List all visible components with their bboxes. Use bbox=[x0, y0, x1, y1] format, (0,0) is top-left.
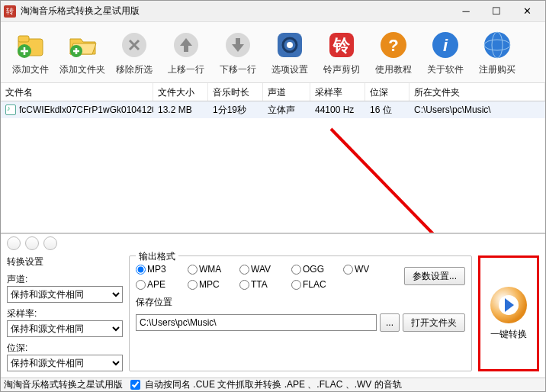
cell-channels: 立体声 bbox=[263, 102, 310, 118]
lower-panel: 转换设置 声道: 保持和源文件相同 采样率: 保持和源文件相同 位深: 保持和源… bbox=[1, 233, 545, 378]
titlebar: 转 淘淘音乐格式转换之星试用版 ─ ☐ ✕ bbox=[1, 1, 545, 22]
toolbar-label: 选项设置 bbox=[266, 63, 313, 76]
player-controls bbox=[1, 234, 545, 252]
cell-bitdepth: 16 位 bbox=[365, 102, 410, 118]
format-option-tta[interactable]: TTA bbox=[239, 279, 288, 290]
channels-select[interactable]: 保持和源文件相同 bbox=[7, 286, 123, 303]
remove-selected-button[interactable]: 移除所选 bbox=[111, 28, 158, 76]
arrow-up-icon bbox=[169, 28, 203, 62]
svg-text:铃: 铃 bbox=[332, 36, 351, 55]
player-pause-button[interactable] bbox=[25, 236, 39, 250]
options-button[interactable]: 选项设置 bbox=[266, 28, 313, 76]
table-row[interactable]: fcCWIEkdlx07CFrP1wGk01041200... 13.2 MB … bbox=[1, 101, 545, 118]
open-folder-button[interactable]: 打开文件夹 bbox=[403, 313, 465, 332]
format-option-flac[interactable]: FLAC bbox=[291, 279, 340, 290]
cue-auto-label: 自动按同名 .CUE 文件抓取并转换 .APE 、.FLAC 、.WV 的音轨 bbox=[145, 378, 402, 391]
th-name[interactable]: 文件名 bbox=[1, 83, 153, 101]
browse-button[interactable]: ... bbox=[380, 313, 400, 332]
ringtone-icon: 铃 bbox=[325, 28, 358, 62]
th-folder[interactable]: 所在文件夹 bbox=[410, 83, 545, 101]
th-duration[interactable]: 音乐时长 bbox=[208, 83, 263, 101]
samplerate-label: 采样率: bbox=[7, 307, 123, 320]
format-option-ape[interactable]: APE bbox=[136, 279, 185, 290]
format-option-mp3[interactable]: MP3 bbox=[136, 264, 185, 275]
format-option-wav[interactable]: WAV bbox=[239, 264, 288, 275]
move-up-button[interactable]: 上移一行 bbox=[162, 28, 210, 76]
move-down-button[interactable]: 下移一行 bbox=[214, 28, 262, 76]
toolbar-label: 添加文件 bbox=[7, 63, 54, 76]
save-path-input[interactable] bbox=[136, 314, 377, 331]
window-title: 淘淘音乐格式转换之星试用版 bbox=[21, 5, 451, 18]
table-header: 文件名 文件大小 音乐时长 声道 采样率 位深 所在文件夹 bbox=[1, 83, 545, 101]
about-button[interactable]: i 关于软件 bbox=[422, 28, 469, 76]
output-format-group: 输出格式 参数设置... MP3WMAWAVOGGWV APEMPCTTAFLA… bbox=[129, 255, 472, 371]
format-option-wma[interactable]: WMA bbox=[188, 264, 236, 275]
format-option-wv[interactable]: WV bbox=[343, 264, 392, 275]
player-play-button[interactable] bbox=[7, 236, 21, 250]
remove-icon bbox=[117, 28, 151, 62]
toolbar-label: 使用教程 bbox=[370, 63, 417, 76]
maximize-button[interactable]: ☐ bbox=[481, 1, 512, 22]
statusbar: 淘淘音乐格式转换之星试用版 自动按同名 .CUE 文件抓取并转换 .APE 、.… bbox=[1, 378, 545, 391]
add-folder-button[interactable]: 添加文件夹 bbox=[59, 28, 106, 76]
folder-add-icon bbox=[14, 28, 47, 62]
svg-text:i: i bbox=[443, 36, 448, 55]
toolbar-label: 下移一行 bbox=[214, 63, 262, 76]
format-legend: 输出格式 bbox=[136, 250, 178, 263]
cell-folder: C:\Users\pc\Music\ bbox=[410, 103, 545, 117]
th-channels[interactable]: 声道 bbox=[263, 83, 310, 101]
toolbar-label: 注册购买 bbox=[474, 63, 521, 76]
cell-size: 13.2 MB bbox=[153, 103, 208, 117]
app-icon: 转 bbox=[4, 5, 16, 18]
svg-rect-1 bbox=[18, 36, 29, 42]
cell-name: fcCWIEkdlx07CFrP1wGk01041200... bbox=[19, 104, 153, 115]
main-toolbar: 添加文件 添加文件夹 移除所选 上移一行 下移一行 选项设置 铃 铃声剪切 ? … bbox=[1, 22, 545, 83]
toolbar-label: 添加文件夹 bbox=[59, 63, 106, 76]
folder-open-add-icon bbox=[66, 28, 99, 62]
info-icon: i bbox=[429, 28, 462, 62]
svg-text:?: ? bbox=[388, 36, 398, 55]
convert-settings: 转换设置 声道: 保持和源文件相同 采样率: 保持和源文件相同 位深: 保持和源… bbox=[7, 255, 123, 371]
minimize-button[interactable]: ─ bbox=[451, 1, 481, 22]
bitdepth-label: 位深: bbox=[7, 342, 123, 355]
svg-point-9 bbox=[287, 42, 293, 48]
toolbar-label: 移除所选 bbox=[111, 63, 158, 76]
audio-file-icon bbox=[5, 104, 16, 115]
help-icon: ? bbox=[377, 28, 410, 62]
player-stop-button[interactable] bbox=[43, 236, 57, 250]
gear-icon bbox=[273, 28, 307, 62]
add-file-button[interactable]: 添加文件 bbox=[7, 28, 54, 76]
convert-icon bbox=[490, 287, 527, 323]
one-click-convert-button[interactable]: 一键转换 bbox=[478, 255, 539, 371]
format-option-mpc[interactable]: MPC bbox=[188, 279, 236, 290]
channels-label: 声道: bbox=[7, 273, 123, 286]
ringtone-cut-button[interactable]: 铃 铃声剪切 bbox=[318, 28, 365, 76]
cue-auto-checkbox[interactable] bbox=[130, 380, 140, 390]
samplerate-select[interactable]: 保持和源文件相同 bbox=[7, 320, 123, 337]
toolbar-label: 铃声剪切 bbox=[318, 63, 365, 76]
toolbar-label: 上移一行 bbox=[162, 63, 210, 76]
tutorial-button[interactable]: ? 使用教程 bbox=[370, 28, 417, 76]
svg-point-16 bbox=[484, 32, 510, 58]
close-button[interactable]: ✕ bbox=[512, 1, 542, 22]
status-app-name: 淘淘音乐格式转换之星试用版 bbox=[4, 378, 123, 391]
cell-duration: 1分19秒 bbox=[208, 102, 263, 118]
register-button[interactable]: 注册购买 bbox=[474, 28, 521, 76]
cell-samplerate: 44100 Hz bbox=[310, 103, 365, 117]
format-option-ogg[interactable]: OGG bbox=[291, 264, 340, 275]
globe-icon bbox=[480, 28, 514, 62]
save-location-label: 保存位置 bbox=[136, 296, 465, 309]
settings-title: 转换设置 bbox=[7, 255, 123, 268]
arrow-down-icon bbox=[221, 28, 255, 62]
toolbar-label: 关于软件 bbox=[422, 63, 469, 76]
param-settings-button[interactable]: 参数设置... bbox=[404, 267, 465, 285]
th-samplerate[interactable]: 采样率 bbox=[310, 83, 365, 101]
bitdepth-select[interactable]: 保持和源文件相同 bbox=[7, 355, 123, 371]
th-size[interactable]: 文件大小 bbox=[153, 83, 208, 101]
th-bitdepth[interactable]: 位深 bbox=[365, 83, 410, 101]
convert-label: 一键转换 bbox=[490, 328, 527, 341]
